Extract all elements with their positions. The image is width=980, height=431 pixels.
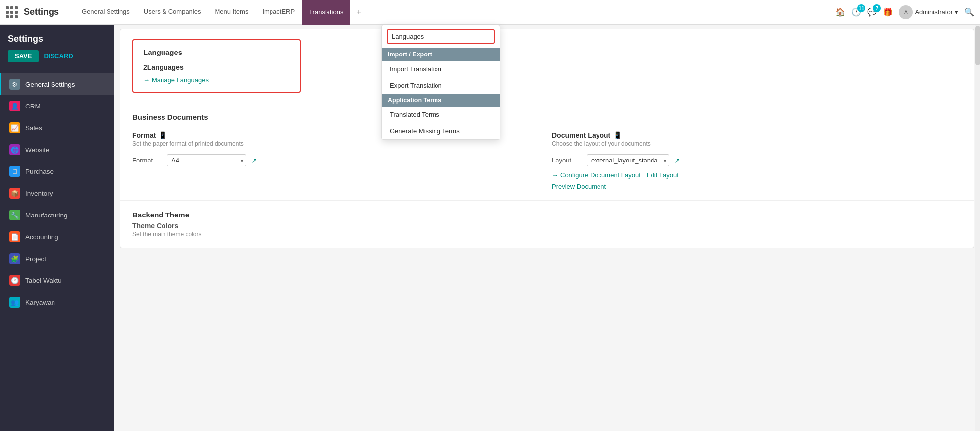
sidebar-label-project: Project	[25, 255, 46, 263]
translations-dropdown[interactable]: Import / Export Import Translation Expor…	[381, 25, 500, 140]
manage-languages-link[interactable]: → Manage Languages	[143, 76, 290, 84]
manufacturing-icon: 🔧	[9, 210, 20, 220]
layout-select-wrapper: external_layout_standa external_layout_b…	[587, 154, 669, 166]
sidebar-item-project[interactable]: 🧩 Project	[0, 248, 114, 269]
scrollbar[interactable]	[975, 25, 980, 431]
clock-button[interactable]: 🕐 11	[851, 7, 861, 17]
nav-left: Settings General Settings Users & Compan…	[6, 0, 835, 25]
application-terms-header: Application Terms	[382, 94, 500, 107]
scrollbar-thumb	[975, 26, 980, 65]
backend-theme-title: Backend Theme	[132, 211, 962, 219]
search-button[interactable]: 🔍	[964, 7, 974, 17]
format-external-link-icon[interactable]: ↗	[251, 157, 257, 164]
arrow-right-icon: →	[143, 76, 150, 84]
main-nav: General Settings Users & Companies Menu …	[75, 0, 367, 25]
sidebar-item-website[interactable]: 🌐 Website	[0, 139, 114, 161]
edit-layout-label: Edit Layout	[647, 171, 679, 179]
format-form-row: Format A4 Letter A3 ↗	[132, 154, 542, 166]
configure-layout-label: Configure Document Layout	[560, 171, 641, 179]
languages-box: Languages 2Languages → Manage Languages	[132, 39, 301, 93]
translated-terms-item[interactable]: Translated Terms	[382, 107, 500, 123]
sidebar-item-general-settings[interactable]: ⚙ General Settings	[0, 73, 114, 95]
sidebar-items-list: ⚙ General Settings 👤 CRM 📈 Sales 🌐 Websi…	[0, 71, 114, 313]
sidebar-item-purchase[interactable]: 🗒 Purchase	[0, 161, 114, 182]
purchase-icon: 🗒	[9, 166, 20, 177]
gift-button[interactable]: 🎁	[883, 7, 893, 17]
nav-link-general-settings[interactable]: General Settings	[75, 0, 137, 25]
layout-form-row: Layout external_layout_standa external_l…	[552, 154, 962, 166]
sidebar-item-sales[interactable]: 📈 Sales	[0, 117, 114, 139]
sidebar-header: Settings SAVE DISCARD	[0, 25, 114, 71]
content-sections: Languages 2Languages → Manage Languages …	[120, 29, 974, 248]
sales-icon: 📈	[9, 122, 20, 133]
nav-link-users-companies[interactable]: Users & Companies	[137, 0, 208, 25]
format-column: Format 📱 Set the paper format of printed…	[132, 131, 542, 190]
export-translation-item[interactable]: Export Translation	[382, 77, 500, 94]
import-export-header: Import / Export	[382, 48, 500, 61]
app-grid-icon[interactable]	[6, 6, 18, 18]
admin-menu[interactable]: A Administrator ▾	[899, 5, 958, 19]
document-layout-description: Choose the layout of your documents	[552, 140, 962, 147]
accounting-icon: 📄	[9, 231, 20, 242]
edit-layout-link[interactable]: Edit Layout	[647, 171, 679, 179]
chat-button[interactable]: 💬 7	[867, 7, 877, 17]
sidebar-label-karyawan: Karyawan	[25, 299, 55, 306]
languages-section: Languages 2Languages → Manage Languages	[120, 29, 974, 103]
tabel-icon: 🕐	[9, 275, 20, 286]
home-button[interactable]: 🏠	[835, 7, 845, 17]
save-button[interactable]: SAVE	[8, 50, 39, 62]
sidebar-item-inventory[interactable]: 📦 Inventory	[0, 182, 114, 204]
nav-link-menu-items[interactable]: Menu Items	[208, 0, 255, 25]
business-documents-grid: Format 📱 Set the paper format of printed…	[132, 131, 962, 190]
gear-icon: ⚙	[9, 79, 20, 90]
sidebar-label-general-settings: General Settings	[25, 81, 75, 88]
manage-languages-label: Manage Languages	[152, 76, 209, 84]
business-documents-section: Business Documents Format 📱 Set the pape…	[120, 103, 974, 201]
nav-link-plus[interactable]: +	[350, 0, 367, 25]
configure-arrow-icon: →	[552, 171, 558, 179]
top-navigation: Settings General Settings Users & Compan…	[0, 0, 980, 25]
theme-colors-description: Set the main theme colors	[132, 231, 962, 238]
format-label: Format	[132, 157, 162, 164]
sidebar-item-manufacturing[interactable]: 🔧 Manufacturing	[0, 204, 114, 226]
crm-icon: 👤	[9, 101, 20, 111]
karyawan-icon: 👥	[9, 297, 20, 308]
layout-label: Layout	[552, 157, 582, 164]
sidebar-item-accounting[interactable]: 📄 Accounting	[0, 226, 114, 248]
chat-badge: 7	[873, 4, 881, 12]
generate-missing-terms-item[interactable]: Generate Missing Terms	[382, 123, 500, 139]
preview-document-link[interactable]: Preview Document	[552, 183, 962, 190]
sidebar-item-karyawan[interactable]: 👥 Karyawan	[0, 291, 114, 313]
layout-select[interactable]: external_layout_standa external_layout_b…	[587, 154, 669, 166]
document-layout-device-icon: 📱	[613, 131, 622, 139]
layout-external-link-icon[interactable]: ↗	[674, 157, 680, 164]
languages-count: 2Languages	[143, 63, 290, 71]
sidebar-actions: SAVE DISCARD	[8, 50, 106, 66]
backend-theme-section: Backend Theme Theme Colors Set the main …	[120, 201, 974, 248]
project-icon: 🧩	[9, 253, 20, 264]
app-title: Settings	[24, 7, 59, 17]
dropdown-search-input[interactable]	[387, 29, 495, 44]
format-select-wrapper: A4 Letter A3	[167, 154, 246, 166]
nav-link-translations[interactable]: Translations	[302, 0, 350, 25]
admin-name: Administrator	[915, 8, 953, 16]
import-translation-item[interactable]: Import Translation	[382, 61, 500, 77]
sidebar-item-crm[interactable]: 👤 CRM	[0, 95, 114, 117]
admin-avatar: A	[899, 5, 913, 19]
sidebar-label-manufacturing: Manufacturing	[25, 212, 68, 219]
sidebar-label-accounting: Accounting	[25, 233, 58, 241]
format-device-icon: 📱	[159, 131, 167, 139]
sidebar-label-website: Website	[25, 146, 50, 154]
sidebar-label-purchase: Purchase	[25, 168, 54, 175]
languages-box-title: Languages	[143, 48, 290, 56]
format-select[interactable]: A4 Letter A3	[167, 154, 246, 166]
discard-button[interactable]: DISCARD	[44, 53, 73, 60]
nav-link-impacterp[interactable]: ImpactERP	[255, 0, 302, 25]
configure-document-layout-link[interactable]: → Configure Document Layout	[552, 171, 641, 179]
document-layout-column: Document Layout 📱 Choose the layout of y…	[552, 131, 962, 190]
sidebar-item-tabel-waktu[interactable]: 🕐 Tabel Waktu	[0, 269, 114, 291]
business-documents-title: Business Documents	[132, 113, 962, 121]
format-description: Set the paper format of printed document…	[132, 140, 542, 147]
document-layout-section-title: Document Layout 📱	[552, 131, 962, 139]
inventory-icon: 📦	[9, 188, 20, 199]
